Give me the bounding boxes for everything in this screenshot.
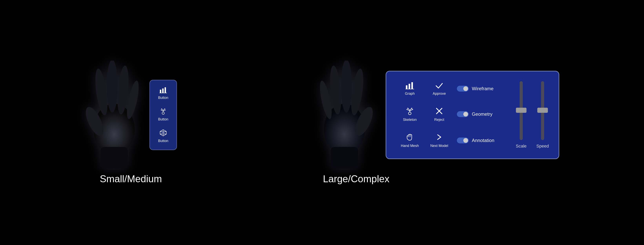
annotation-toggle-label: Annotation bbox=[472, 138, 494, 143]
small-medium-label: Small/Medium bbox=[100, 173, 162, 184]
svg-point-32 bbox=[341, 60, 352, 112]
svg-point-19 bbox=[161, 110, 162, 110]
skeleton-button-label: Button bbox=[158, 117, 168, 122]
approve-item-label: Approve bbox=[433, 92, 446, 96]
graph-item-label: Graph bbox=[405, 92, 415, 96]
large-complex-inner: Graph Approve Wi bbox=[315, 60, 559, 169]
panel-content-grid: Graph Approve Wi bbox=[398, 81, 504, 149]
large-complex-label: Large/Complex bbox=[315, 173, 390, 184]
skeleton-item-label: Skeleton bbox=[403, 118, 417, 122]
approve-item-icon bbox=[435, 82, 444, 90]
scale-slider-thumb[interactable] bbox=[516, 108, 526, 113]
wireframe-toggle[interactable] bbox=[457, 86, 469, 92]
wireframe-toggle-label: Wireframe bbox=[472, 86, 494, 92]
skeleton-button-icon bbox=[160, 108, 167, 116]
geometry-toggle-row: Geometry bbox=[457, 111, 504, 117]
graph-button-icon bbox=[160, 87, 167, 94]
speed-slider-unit: Speed bbox=[536, 81, 549, 149]
scale-slider-track[interactable] bbox=[520, 81, 523, 140]
skeleton-item-icon bbox=[406, 107, 414, 116]
scale-slider-label: Scale bbox=[516, 144, 526, 149]
handmesh-item[interactable]: Hand Mesh bbox=[398, 133, 422, 148]
svg-line-27 bbox=[160, 133, 163, 134]
reject-item-icon bbox=[435, 107, 444, 116]
speed-slider-track[interactable] bbox=[541, 81, 544, 140]
svg-rect-38 bbox=[411, 82, 413, 89]
reject-item[interactable]: Reject bbox=[428, 107, 451, 122]
graph-button-label: Button bbox=[158, 96, 168, 100]
svg-point-46 bbox=[408, 108, 408, 109]
svg-point-11 bbox=[162, 112, 164, 114]
left-hand-section: Button bbox=[85, 60, 177, 184]
wireframe-toggle-row: Wireframe bbox=[457, 86, 504, 92]
svg-point-49 bbox=[412, 109, 413, 110]
svg-line-26 bbox=[163, 132, 166, 133]
svg-rect-35 bbox=[331, 147, 358, 168]
skeleton-item[interactable]: Skeleton bbox=[398, 107, 422, 122]
small-medium-panel: Button bbox=[150, 80, 177, 150]
main-scene: Button bbox=[0, 0, 644, 245]
geometry-toggle-label: Geometry bbox=[472, 112, 492, 117]
svg-rect-6 bbox=[100, 147, 128, 168]
svg-point-48 bbox=[407, 109, 408, 110]
mesh-button[interactable]: Button bbox=[154, 126, 173, 146]
svg-line-28 bbox=[163, 133, 166, 134]
approve-item[interactable]: Approve bbox=[428, 82, 451, 96]
svg-rect-37 bbox=[408, 84, 410, 89]
speed-slider-label: Speed bbox=[536, 144, 549, 149]
mesh-button-icon bbox=[160, 129, 167, 137]
right-section: Graph Approve Wi bbox=[315, 60, 559, 184]
sliders-column: Scale Speed bbox=[512, 81, 549, 149]
graph-button[interactable]: Button bbox=[154, 84, 173, 102]
svg-point-3 bbox=[107, 60, 118, 112]
svg-line-25 bbox=[160, 132, 163, 133]
skeleton-button[interactable]: Button bbox=[154, 105, 173, 124]
svg-point-47 bbox=[411, 108, 412, 109]
mesh-button-label: Button bbox=[158, 139, 168, 143]
scale-slider-unit: Scale bbox=[516, 81, 526, 149]
left-hand bbox=[85, 60, 144, 169]
large-complex-panel: Graph Approve Wi bbox=[386, 71, 559, 159]
reject-item-label: Reject bbox=[434, 118, 444, 122]
speed-slider-thumb[interactable] bbox=[537, 108, 548, 113]
geometry-toggle-knob bbox=[463, 112, 468, 116]
small-medium-inner: Button bbox=[85, 60, 177, 169]
graph-item[interactable]: Graph bbox=[398, 82, 422, 96]
svg-point-40 bbox=[408, 112, 411, 115]
annotation-toggle[interactable] bbox=[457, 138, 469, 144]
svg-point-18 bbox=[164, 108, 165, 109]
handmesh-item-label: Hand Mesh bbox=[401, 144, 419, 148]
nextmodel-item-label: Next Model bbox=[430, 144, 448, 148]
annotation-toggle-knob bbox=[463, 138, 468, 143]
svg-rect-36 bbox=[406, 85, 408, 89]
wireframe-toggle-knob bbox=[463, 86, 468, 91]
svg-rect-9 bbox=[164, 87, 166, 93]
nextmodel-item[interactable]: Next Model bbox=[428, 133, 451, 148]
svg-point-17 bbox=[161, 108, 162, 109]
graph-item-icon bbox=[406, 82, 414, 90]
svg-point-20 bbox=[165, 110, 166, 110]
svg-rect-8 bbox=[162, 88, 164, 93]
svg-rect-7 bbox=[160, 90, 161, 93]
geometry-toggle[interactable] bbox=[457, 111, 469, 117]
nextmodel-item-icon bbox=[435, 133, 444, 142]
right-hand bbox=[315, 60, 374, 169]
handmesh-item-icon bbox=[406, 133, 414, 142]
annotation-toggle-row: Annotation bbox=[457, 138, 504, 144]
